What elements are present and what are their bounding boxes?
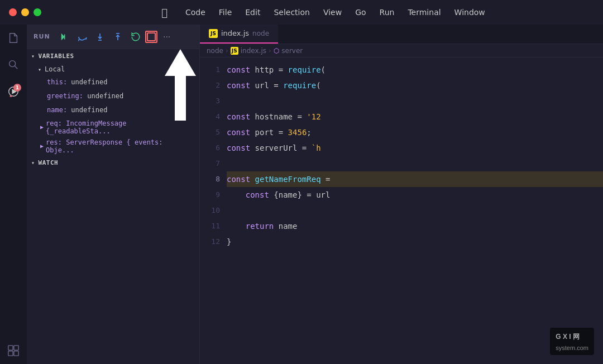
bc-js-icon: JS bbox=[231, 47, 238, 55]
code-line-4: const hostname = '12 bbox=[227, 109, 603, 124]
activity-bar: 1 bbox=[0, 25, 27, 364]
variables-panel: ▾ VARIABLES ▾ Local this: undefined gree… bbox=[27, 49, 199, 364]
bc-filename: index.js bbox=[241, 47, 266, 55]
code-area[interactable]: 1 2 3 4 5 6 7 8 9 10 11 12 const http = … bbox=[200, 58, 603, 364]
code-line-12: } bbox=[227, 234, 603, 250]
watch-chevron: ▾ bbox=[31, 160, 35, 166]
var-res[interactable]: ▶ res: ServerResponse { events: Obje... bbox=[27, 137, 199, 156]
res-chevron: ▶ bbox=[40, 143, 44, 149]
svg-rect-16 bbox=[147, 33, 155, 41]
menu-bar:  Code File Edit Selection View Go Run T… bbox=[52, 4, 594, 21]
menu-run[interactable]: Run bbox=[374, 6, 400, 19]
code-line-1: const http = require( bbox=[227, 62, 603, 78]
bc-server: ⬡ bbox=[274, 47, 279, 55]
code-line-5: const port = 3456; bbox=[227, 124, 603, 140]
code-line-3 bbox=[227, 93, 603, 109]
editor-area: JS index.js node node › JS index.js › ⬡ … bbox=[200, 25, 603, 364]
menu-terminal[interactable]: Terminal bbox=[402, 6, 446, 19]
title-bar:  Code File Edit Selection View Go Run T… bbox=[0, 0, 603, 25]
svg-point-4 bbox=[10, 95, 12, 97]
local-label: Local bbox=[45, 65, 65, 73]
close-button[interactable] bbox=[9, 8, 17, 16]
svg-line-1 bbox=[15, 66, 18, 69]
code-line-10 bbox=[227, 203, 603, 218]
svg-rect-5 bbox=[8, 346, 13, 350]
svg-rect-6 bbox=[14, 346, 18, 350]
svg-point-0 bbox=[9, 61, 16, 67]
svg-marker-10 bbox=[61, 34, 64, 39]
watermark-subtext: system.com bbox=[556, 344, 588, 351]
line-numbers: 1 2 3 4 5 6 7 8 9 10 11 12 bbox=[200, 58, 227, 364]
more-button[interactable]: ··· bbox=[159, 28, 175, 45]
var-greeting: greeting: undefined bbox=[27, 89, 199, 103]
stop-button[interactable] bbox=[145, 31, 157, 43]
req-chevron: ▶ bbox=[40, 124, 44, 130]
menu-go[interactable]: Go bbox=[350, 6, 371, 19]
watermark-text: G X I 网 bbox=[556, 333, 580, 341]
tab-suffix: node bbox=[252, 30, 269, 37]
apple-menu[interactable]:  bbox=[156, 4, 173, 21]
local-chevron: ▾ bbox=[38, 66, 41, 73]
editor-tabs: JS index.js node bbox=[200, 25, 603, 44]
watch-label: WATCH bbox=[39, 159, 59, 166]
code-line-9: const {name} = url bbox=[227, 187, 603, 203]
tab-filename: index.js bbox=[221, 29, 249, 37]
step-out-button[interactable] bbox=[109, 28, 126, 45]
tab-index-js[interactable]: JS index.js node bbox=[200, 25, 278, 44]
search-icon[interactable] bbox=[4, 56, 22, 74]
var-this: this: undefined bbox=[27, 75, 199, 89]
minimize-button[interactable] bbox=[21, 8, 29, 16]
variables-header[interactable]: ▾ VARIABLES bbox=[27, 49, 199, 63]
code-line-2: const url = require( bbox=[227, 78, 603, 93]
menu-edit[interactable]: Edit bbox=[240, 6, 266, 19]
watermark: G X I 网 system.com bbox=[550, 328, 594, 355]
menu-view[interactable]: View bbox=[318, 6, 347, 19]
debug-toolbar: RUN bbox=[27, 25, 199, 49]
debug-badge: 1 bbox=[13, 84, 21, 92]
menu-window[interactable]: Window bbox=[449, 6, 491, 19]
var-req[interactable]: ▶ req: IncomingMessage {_readableSta... bbox=[27, 118, 199, 137]
breadcrumb: node › JS index.js › ⬡ server bbox=[200, 44, 603, 58]
variables-label: VARIABLES bbox=[39, 52, 74, 60]
code-line-7 bbox=[227, 156, 603, 171]
menu-code[interactable]: Code bbox=[180, 6, 211, 19]
run-label: RUN bbox=[34, 33, 50, 40]
traffic-lights bbox=[9, 8, 41, 16]
menu-file[interactable]: File bbox=[213, 6, 237, 19]
explorer-icon[interactable] bbox=[4, 29, 22, 47]
bc-server-name: server bbox=[281, 47, 303, 55]
var-name: name: undefined bbox=[27, 103, 199, 117]
code-content: const http = require( const url = requir… bbox=[227, 58, 603, 364]
variables-chevron: ▾ bbox=[31, 53, 35, 59]
code-line-11: return name bbox=[227, 218, 603, 234]
watch-header[interactable]: ▾ WATCH bbox=[27, 156, 199, 170]
code-line-6: const serverUrl = `h bbox=[227, 140, 603, 156]
continue-button[interactable] bbox=[56, 28, 73, 45]
code-line-8: const getNameFromReq = bbox=[227, 171, 603, 187]
bc-node: node bbox=[207, 47, 223, 55]
restart-button[interactable] bbox=[127, 28, 144, 45]
local-header[interactable]: ▾ Local bbox=[27, 63, 199, 75]
svg-rect-8 bbox=[14, 351, 18, 356]
res-label: res: ServerResponse { events: Obje... bbox=[46, 138, 186, 154]
step-into-button[interactable] bbox=[92, 28, 108, 45]
svg-rect-7 bbox=[8, 351, 13, 356]
menu-selection[interactable]: Selection bbox=[268, 6, 315, 19]
step-over-button[interactable] bbox=[74, 28, 90, 45]
main-layout: 1 RUN bbox=[0, 25, 603, 364]
run-debug-icon[interactable]: 1 bbox=[4, 83, 22, 100]
maximize-button[interactable] bbox=[34, 8, 41, 16]
extensions-icon[interactable] bbox=[4, 342, 22, 360]
req-label: req: IncomingMessage {_readableSta... bbox=[46, 119, 186, 135]
debug-sidebar: RUN bbox=[27, 25, 200, 364]
js-file-icon: JS bbox=[209, 29, 218, 38]
